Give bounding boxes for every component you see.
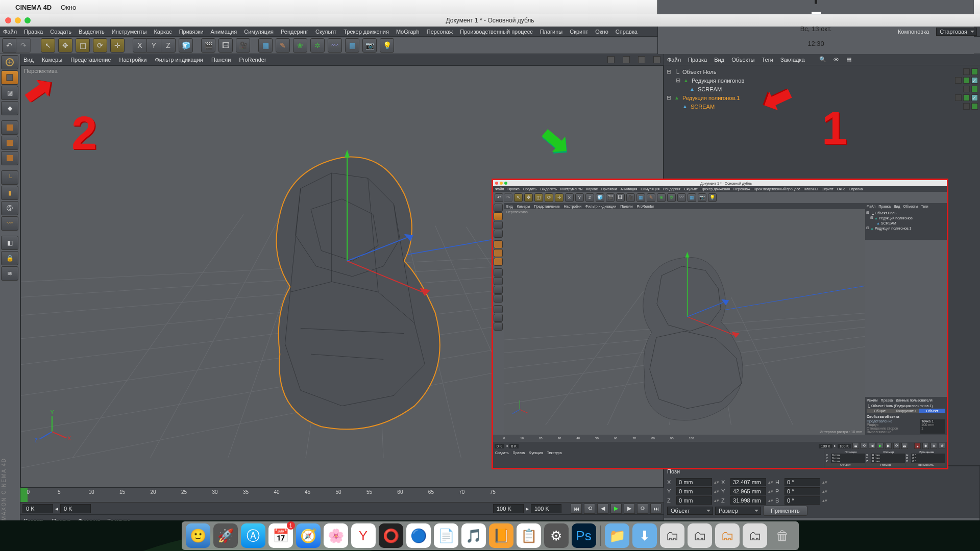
viewport-solo[interactable]: ▮ <box>1 186 18 200</box>
settings-icon[interactable]: ⚙ <box>544 523 569 548</box>
ibooks-icon[interactable]: 📙 <box>489 523 513 548</box>
menu-file[interactable]: Файл <box>3 29 17 35</box>
app-name[interactable]: CINEMA 4D <box>15 4 52 11</box>
om-bookmark[interactable]: Закладка <box>780 57 805 63</box>
prev-key-button[interactable]: ⟲ <box>584 504 595 514</box>
prev-frame-button[interactable]: ◀ <box>597 504 608 514</box>
goto-end-button[interactable]: ⏭ <box>650 504 662 514</box>
redo-button[interactable]: ↷ <box>16 38 31 53</box>
z-axis-toggle[interactable]: Z <box>161 38 176 53</box>
downloads-icon[interactable]: ⬇ <box>632 523 657 548</box>
view-nav-icon[interactable] <box>653 56 660 63</box>
tree-row[interactable]: ⊟⎿ Объект Ноль <box>666 67 978 76</box>
rotate-tool[interactable]: ⟳ <box>93 38 107 53</box>
stacked-file-icon[interactable]: 🗂 <box>743 523 767 548</box>
scale-tool[interactable]: ◫ <box>76 38 90 53</box>
notes-icon[interactable]: 📋 <box>517 523 541 548</box>
zoom-button[interactable] <box>24 17 31 23</box>
play-button[interactable]: ▶ <box>610 504 622 514</box>
close-button[interactable] <box>5 17 11 23</box>
view-menu-filter[interactable]: Фильтр индикации <box>155 57 203 63</box>
make-editable-button[interactable] <box>1 55 18 69</box>
view-nav-icon[interactable] <box>638 56 645 63</box>
undo-button[interactable]: ↶ <box>2 38 16 53</box>
timeline-ruler[interactable]: 0 5 10 15 20 25 30 35 40 45 50 55 60 65 … <box>20 488 664 502</box>
menu-character[interactable]: Персонаж <box>427 29 453 35</box>
add-generator-button[interactable]: ✲ <box>310 38 325 53</box>
menu-sculpt[interactable]: Скульпт <box>315 29 336 35</box>
size-y[interactable]: 42.965 mm <box>730 487 766 495</box>
rot-h[interactable]: 0 ° <box>785 478 820 486</box>
om-view[interactable]: Вид <box>714 57 724 63</box>
menu-script[interactable]: Скрипт <box>570 29 588 35</box>
stacked-file-icon[interactable]: 🗂 <box>688 523 712 548</box>
photoshop-icon[interactable]: Ps <box>572 523 596 548</box>
om-objects[interactable]: Объекты <box>731 57 754 63</box>
x-axis-toggle[interactable]: X <box>133 38 147 53</box>
safari-icon[interactable]: 🧭 <box>296 523 321 548</box>
layout-select[interactable]: Стартовая <box>936 28 977 36</box>
panel-icon[interactable]: ▤ <box>846 56 851 63</box>
points-mode[interactable] <box>1 120 18 135</box>
folder-icon[interactable]: 📁 <box>605 523 629 548</box>
menu-plugins[interactable]: Плагины <box>540 29 563 35</box>
move-tool[interactable]: ✥ <box>58 38 72 53</box>
edges-mode[interactable] <box>1 136 18 150</box>
live-select-tool[interactable]: ↖ <box>41 38 55 53</box>
menu-tools[interactable]: Инструменты <box>112 29 147 35</box>
mat-edit[interactable]: Правка <box>52 518 71 524</box>
om-edit[interactable]: Правка <box>688 57 707 63</box>
appstore-icon[interactable]: Ⓐ <box>241 523 265 548</box>
size-x[interactable]: 32.407 mm <box>730 478 766 486</box>
itunes-icon[interactable]: 🎵 <box>461 523 486 548</box>
size-z[interactable]: 31.998 mm <box>730 496 766 505</box>
menu-create[interactable]: Создать <box>50 29 71 35</box>
minimize-button[interactable] <box>15 17 21 23</box>
add-pen-button[interactable]: ✎ <box>276 38 290 53</box>
stacked-file-icon[interactable]: 🗂 <box>660 523 684 548</box>
mac-menu-item[interactable]: Окно <box>61 4 76 11</box>
render-settings-button[interactable]: 🎥 <box>236 38 250 53</box>
goto-start-button[interactable]: ⏮ <box>571 504 582 514</box>
trash-icon[interactable]: 🗑 <box>770 523 795 548</box>
menu-animate[interactable]: Анимация <box>211 29 237 35</box>
soft-select[interactable]: 〰 <box>1 216 18 231</box>
textedit-icon[interactable]: 📄 <box>434 523 458 548</box>
menu-render[interactable]: Рендеринг <box>281 29 308 35</box>
mat-texture[interactable]: Текстура <box>107 518 130 524</box>
next-frame-button[interactable]: ▶ <box>624 504 635 514</box>
menu-help[interactable]: Справка <box>616 29 638 35</box>
photos-icon[interactable]: 🌸 <box>324 523 348 548</box>
add-light-button[interactable]: 💡 <box>380 38 394 53</box>
stacked-file-icon[interactable]: 🗂 <box>715 523 740 548</box>
menu-select[interactable]: Выделить <box>79 29 105 35</box>
calendar-icon[interactable]: 📅1 <box>268 523 293 548</box>
add-environment-button[interactable]: ▦ <box>345 38 359 53</box>
tree-row-selected[interactable]: ⊟ ▲ Редукция полигонов.1 ✓ <box>666 93 978 102</box>
y-axis-toggle[interactable]: Y <box>147 38 161 53</box>
menu-simulate[interactable]: Симуляция <box>244 29 274 35</box>
search-icon[interactable]: 🔍 <box>819 56 826 63</box>
menu-window[interactable]: Окно <box>595 29 608 35</box>
menu-tracker[interactable]: Трекер движения <box>344 29 389 35</box>
add-cube-button[interactable]: ▦ <box>258 38 273 53</box>
workplane-mode[interactable]: ◆ <box>1 101 18 115</box>
time-start-field[interactable]: 0 K <box>60 504 91 513</box>
time-end-field[interactable]: 100 K <box>493 504 524 513</box>
view-menu-cameras[interactable]: Камеры <box>42 57 62 63</box>
last-tool[interactable]: ✛ <box>110 38 125 53</box>
chrome-icon[interactable]: 🔵 <box>406 523 431 548</box>
axis-toggle[interactable]: └ <box>1 170 18 185</box>
pos-z[interactable]: 0 mm <box>676 496 712 505</box>
cinema4d-icon[interactable]: ⭕ <box>379 523 403 548</box>
menu-snap[interactable]: Привязки <box>179 29 204 35</box>
menu-mograph[interactable]: MoGraph <box>396 29 420 35</box>
finder-icon[interactable]: 🙂 <box>186 523 210 548</box>
lock-mode[interactable]: 🔒 <box>1 251 18 265</box>
view-menu-options[interactable]: Настройки <box>119 57 146 63</box>
tree-row[interactable]: ▲ SCREAM <box>666 85 978 93</box>
menubar-time[interactable]: 12:30 <box>807 40 824 47</box>
view-nav-icon[interactable] <box>623 56 630 63</box>
menu-edit[interactable]: Правка <box>24 29 43 35</box>
battery-icon[interactable]: ▮ <box>814 0 818 5</box>
